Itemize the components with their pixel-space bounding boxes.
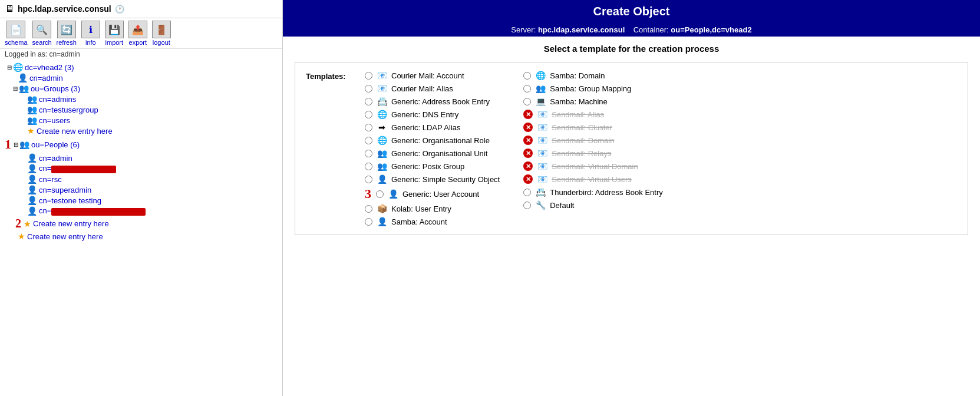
- label-generic-org-role[interactable]: Generic: Organisational Role: [391, 136, 490, 145]
- schema-label: schema: [5, 39, 28, 46]
- left-panel: 🖥 hpc.ldap.service.consul 🕐 📄 schema 🔍 s…: [0, 0, 283, 396]
- radio-generic-posix[interactable]: [365, 163, 372, 170]
- testusergroup-label[interactable]: cn=testusergroup: [39, 105, 98, 114]
- template-row-sendmail-relays: ✕ 📧 Sendmail: Relays: [523, 148, 663, 158]
- label-courier-alias[interactable]: Courier Mail: Alias: [391, 84, 453, 93]
- user-icon-people-admin: 👤: [27, 153, 37, 163]
- logout-icon: 🚪: [152, 21, 171, 38]
- info-button[interactable]: ℹ info: [81, 21, 100, 46]
- icon-generic-address: 📇: [376, 97, 388, 106]
- template-row-generic-dns: 🌐 Generic: DNS Entry: [365, 110, 500, 119]
- label-generic-dns[interactable]: Generic: DNS Entry: [391, 110, 458, 119]
- users-label[interactable]: cn=users: [39, 116, 70, 125]
- label-generic-user[interactable]: Generic: User Account: [402, 190, 479, 199]
- superadmin-label[interactable]: cn=superadmin: [39, 186, 91, 194]
- refresh-button[interactable]: 🔄 refresh: [57, 21, 77, 46]
- annotation-3: 3: [365, 187, 371, 200]
- expand-groups[interactable]: ⊟: [13, 85, 18, 92]
- user-icon-testusergroup: 👥: [27, 105, 37, 114]
- radio-thunderbird[interactable]: [523, 189, 531, 196]
- create-entry-root-label[interactable]: Create new entry here: [27, 232, 103, 241]
- label-courier-account[interactable]: Courier Mail: Account: [391, 71, 464, 80]
- label-sendmail-vdomain: Sendmail: Virtual Domain: [552, 162, 638, 171]
- container-name: ou=People,dc=vhead2: [671, 25, 751, 34]
- globe-icon: 🌐: [13, 62, 23, 72]
- label-generic-posix[interactable]: Generic: Posix Group: [391, 162, 464, 171]
- import-button[interactable]: 💾 import: [105, 21, 124, 46]
- label-sendmail-alias: Sendmail: Alias: [552, 110, 604, 119]
- tree-create-entry-root: ★ Create new entry here: [5, 231, 278, 242]
- export-button[interactable]: 📤 export: [128, 21, 147, 46]
- label-samba-machine[interactable]: Samba: Machine: [550, 97, 608, 106]
- label-samba-domain[interactable]: Samba: Domain: [550, 71, 605, 80]
- template-row-sendmail-domain: ✕ 📧 Sendmail: Domain: [523, 136, 663, 145]
- radio-generic-user[interactable]: [376, 190, 384, 198]
- testone-label[interactable]: cn=testone testing: [39, 196, 101, 205]
- expand-people[interactable]: ⊟: [14, 141, 18, 148]
- search-button[interactable]: 🔍 search: [32, 21, 52, 46]
- import-label: import: [105, 39, 124, 46]
- create-entry-groups-label[interactable]: Create new entry here: [37, 127, 113, 136]
- icon-generic-user: 👤: [387, 189, 399, 199]
- label-thunderbird[interactable]: Thunderbird: Address Book Entry: [550, 188, 663, 197]
- create-entry-people-label[interactable]: Create new entry here: [33, 219, 109, 228]
- expand-root[interactable]: ⊟: [7, 64, 12, 71]
- icon-samba-account: 👤: [376, 217, 388, 226]
- admins-label[interactable]: cn=admins: [39, 95, 76, 104]
- radio-generic-ldap[interactable]: [365, 124, 372, 131]
- radio-kolab[interactable]: [365, 205, 372, 213]
- templates-container: Templates: 📧 Courier Mail: Account 📧 Cou…: [295, 62, 968, 235]
- radio-generic-dns[interactable]: [365, 111, 372, 118]
- radio-samba-domain[interactable]: [523, 72, 531, 80]
- root-label[interactable]: dc=vhead2 (3): [25, 63, 74, 72]
- search-icon: 🔍: [32, 21, 51, 38]
- disabled-icon-sendmail-alias: ✕: [523, 110, 533, 119]
- label-generic-address[interactable]: Generic: Address Book Entry: [391, 97, 490, 106]
- people-label[interactable]: ou=People (6): [31, 140, 80, 149]
- radio-samba-account[interactable]: [365, 218, 372, 226]
- schema-button[interactable]: 📄 schema: [5, 21, 28, 46]
- label-generic-ldap[interactable]: Generic: LDAP Alias: [391, 123, 461, 132]
- radio-samba-machine[interactable]: [523, 98, 531, 105]
- tree-node-rsc: 👤 cn=rsc: [5, 174, 278, 184]
- rsc-label[interactable]: cn=rsc: [39, 175, 62, 184]
- radio-generic-security[interactable]: [365, 176, 372, 183]
- groups-label[interactable]: ou=Groups (3): [31, 84, 80, 93]
- template-row-generic-org-role: 🌐 Generic: Organisational Role: [365, 136, 500, 145]
- toolbar: 📄 schema 🔍 search 🔄 refresh ℹ info 💾 imp…: [0, 18, 282, 49]
- logout-button[interactable]: 🚪 logout: [152, 21, 171, 46]
- label-default[interactable]: Default: [550, 201, 574, 210]
- radio-default[interactable]: [523, 202, 531, 209]
- icon-generic-org-role: 🌐: [376, 136, 388, 145]
- radio-courier-alias[interactable]: [365, 85, 372, 93]
- tree-node-superadmin: 👤 cn=superadmin: [5, 184, 278, 195]
- template-row-courier-alias: 📧 Courier Mail: Alias: [365, 84, 500, 93]
- people-redacted2-label[interactable]: cn=: [39, 206, 146, 215]
- icon-samba-group: 👥: [534, 84, 546, 93]
- template-row-generic-security: 👤 Generic: Simple Security Object: [365, 174, 500, 184]
- user-icon-users: 👥: [27, 116, 37, 125]
- template-row-sendmail-vusers: ✕ 📧 Sendmail: Virtual Users: [523, 174, 663, 184]
- label-kolab[interactable]: Kolab: User Entry: [391, 204, 451, 213]
- app-title: hpc.ldap.service.consul: [18, 4, 111, 14]
- app-icon: 🖥: [5, 4, 14, 14]
- tree-node-groups: ⊟ 👥 ou=Groups (3): [5, 83, 278, 94]
- radio-generic-org-unit[interactable]: [365, 150, 372, 157]
- user-icon-testone: 👤: [27, 196, 37, 205]
- radio-courier-account[interactable]: [365, 72, 372, 80]
- cn-admin-root-label[interactable]: cn=admin: [29, 74, 63, 82]
- radio-generic-org-role[interactable]: [365, 137, 372, 144]
- label-generic-security[interactable]: Generic: Simple Security Object: [391, 175, 500, 184]
- label-samba-account[interactable]: Samba: Account: [391, 217, 447, 226]
- people-icon: 👥: [19, 140, 29, 149]
- radio-generic-address[interactable]: [365, 98, 372, 105]
- icon-sendmail-relays: 📧: [536, 148, 548, 158]
- server-label: Server:: [511, 25, 536, 34]
- radio-samba-group[interactable]: [523, 85, 531, 93]
- people-admin-label[interactable]: cn=admin: [39, 154, 72, 163]
- disabled-icon-sendmail-vusers: ✕: [523, 174, 533, 184]
- label-generic-org-unit[interactable]: Generic: Organisational Unit: [391, 149, 487, 158]
- label-samba-group[interactable]: Samba: Group Mapping: [550, 84, 631, 93]
- people-redacted1-label[interactable]: cn=: [39, 164, 116, 173]
- template-row-generic-address: 📇 Generic: Address Book Entry: [365, 97, 500, 106]
